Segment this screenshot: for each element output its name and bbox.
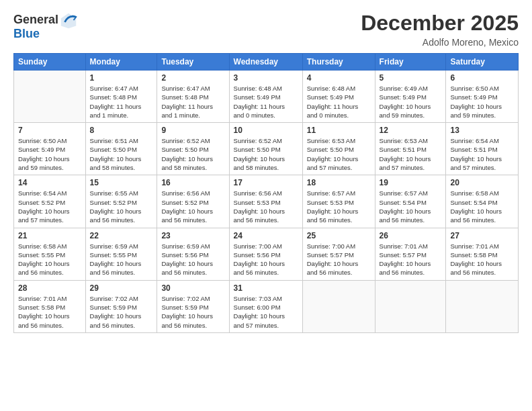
calendar-cell: 21Sunrise: 6:58 AMSunset: 5:55 PMDayligh… <box>14 228 86 280</box>
sunset-text: Sunset: 5:51 PM <box>450 145 514 154</box>
sunrise-text: Sunrise: 7:01 AM <box>380 242 442 250</box>
sunset-text: Sunset: 5:50 PM <box>90 145 153 154</box>
calendar-cell: 8Sunrise: 6:51 AMSunset: 5:50 PMDaylight… <box>85 123 157 175</box>
calendar-cell: 4Sunrise: 6:48 AMSunset: 5:49 PMDaylight… <box>302 71 375 123</box>
day-info: Sunrise: 6:50 AMSunset: 5:49 PMDaylight:… <box>450 84 514 120</box>
sunrise-text: Sunrise: 7:00 AM <box>234 242 298 250</box>
day-number: 13 <box>450 126 514 135</box>
calendar-cell: 27Sunrise: 7:01 AMSunset: 5:58 PMDayligh… <box>446 228 519 280</box>
sunset-text: Sunset: 5:48 PM <box>161 93 224 101</box>
daylight-text-2: and 56 minutes. <box>18 268 81 277</box>
header: General Blue December 2025 Adolfo Moreno… <box>13 11 519 48</box>
sunrise-text: Sunrise: 6:50 AM <box>18 136 81 145</box>
day-number: 19 <box>380 178 442 187</box>
sunset-text: Sunset: 5:52 PM <box>90 198 153 207</box>
sunset-text: Sunset: 5:54 PM <box>380 198 442 207</box>
day-number: 29 <box>90 283 153 293</box>
calendar-cell: 11Sunrise: 6:53 AMSunset: 5:50 PMDayligh… <box>302 123 375 175</box>
sunset-text: Sunset: 5:57 PM <box>307 250 371 259</box>
day-info: Sunrise: 6:47 AMSunset: 5:48 PMDaylight:… <box>90 84 153 120</box>
calendar-cell: 5Sunrise: 6:49 AMSunset: 5:49 PMDaylight… <box>375 71 446 123</box>
sunrise-text: Sunrise: 6:48 AM <box>234 84 298 93</box>
day-info: Sunrise: 6:59 AMSunset: 5:56 PMDaylight:… <box>161 242 224 277</box>
day-info: Sunrise: 6:56 AMSunset: 5:53 PMDaylight:… <box>234 189 298 224</box>
daylight-text-2: and 58 minutes. <box>161 163 224 172</box>
daylight-text: Daylight: 10 hours <box>307 154 371 163</box>
sunset-text: Sunset: 6:00 PM <box>234 303 298 312</box>
sunrise-text: Sunrise: 6:52 AM <box>234 136 298 145</box>
day-info: Sunrise: 6:59 AMSunset: 5:55 PMDaylight:… <box>90 242 153 277</box>
daylight-text: Daylight: 11 hours <box>307 102 371 111</box>
sunset-text: Sunset: 5:56 PM <box>234 250 298 259</box>
day-number: 24 <box>234 231 298 240</box>
sunrise-text: Sunrise: 6:51 AM <box>90 136 153 145</box>
day-number: 30 <box>161 283 224 293</box>
day-info: Sunrise: 6:47 AMSunset: 5:48 PMDaylight:… <box>161 84 224 120</box>
daylight-text-2: and 1 minute. <box>90 111 153 120</box>
day-info: Sunrise: 7:01 AMSunset: 5:58 PMDaylight:… <box>18 294 81 330</box>
daylight-text-2: and 56 minutes. <box>450 216 514 224</box>
calendar-cell: 14Sunrise: 6:54 AMSunset: 5:52 PMDayligh… <box>14 175 86 228</box>
day-info: Sunrise: 6:51 AMSunset: 5:50 PMDaylight:… <box>90 136 153 172</box>
daylight-text: Daylight: 10 hours <box>18 312 81 320</box>
day-info: Sunrise: 7:00 AMSunset: 5:56 PMDaylight:… <box>234 242 298 277</box>
day-number: 1 <box>90 73 153 83</box>
daylight-text: Daylight: 10 hours <box>161 312 224 320</box>
calendar-cell: 29Sunrise: 7:02 AMSunset: 5:59 PMDayligh… <box>85 280 157 332</box>
daylight-text-2: and 56 minutes. <box>450 268 514 277</box>
daylight-text: Daylight: 10 hours <box>234 259 298 268</box>
day-info: Sunrise: 6:52 AMSunset: 5:50 PMDaylight:… <box>161 136 224 172</box>
week-row-2: 14Sunrise: 6:54 AMSunset: 5:52 PMDayligh… <box>14 175 519 228</box>
daylight-text: Daylight: 10 hours <box>90 259 153 268</box>
daylight-text-2: and 58 minutes. <box>90 163 153 172</box>
day-info: Sunrise: 6:57 AMSunset: 5:54 PMDaylight:… <box>380 189 442 224</box>
sunrise-text: Sunrise: 6:48 AM <box>307 84 371 93</box>
daylight-text-2: and 56 minutes. <box>18 321 81 330</box>
calendar-cell: 30Sunrise: 7:02 AMSunset: 5:59 PMDayligh… <box>157 280 229 332</box>
month-title: December 2025 <box>361 11 519 36</box>
calendar-cell: 13Sunrise: 6:54 AMSunset: 5:51 PMDayligh… <box>446 123 519 175</box>
day-number: 22 <box>90 231 153 240</box>
daylight-text: Daylight: 10 hours <box>307 207 371 216</box>
daylight-text-2: and 0 minutes. <box>307 111 371 120</box>
header-wednesday: Wednesday <box>229 54 302 71</box>
sunrise-text: Sunrise: 6:56 AM <box>161 189 224 197</box>
calendar-cell: 16Sunrise: 6:56 AMSunset: 5:52 PMDayligh… <box>157 175 229 228</box>
sunrise-text: Sunrise: 6:49 AM <box>380 84 442 93</box>
day-info: Sunrise: 6:53 AMSunset: 5:50 PMDaylight:… <box>307 136 371 172</box>
daylight-text: Daylight: 10 hours <box>234 154 298 163</box>
sunset-text: Sunset: 5:49 PM <box>18 145 81 154</box>
calendar-cell: 26Sunrise: 7:01 AMSunset: 5:57 PMDayligh… <box>375 228 446 280</box>
calendar-cell: 15Sunrise: 6:55 AMSunset: 5:52 PMDayligh… <box>85 175 157 228</box>
svg-marker-0 <box>61 13 76 28</box>
daylight-text: Daylight: 10 hours <box>380 207 442 216</box>
sunset-text: Sunset: 5:59 PM <box>161 303 224 312</box>
sunset-text: Sunset: 5:59 PM <box>90 303 153 312</box>
sunrise-text: Sunrise: 6:47 AM <box>161 84 224 93</box>
day-info: Sunrise: 6:53 AMSunset: 5:51 PMDaylight:… <box>380 136 442 172</box>
daylight-text-2: and 56 minutes. <box>234 268 298 277</box>
calendar-cell: 28Sunrise: 7:01 AMSunset: 5:58 PMDayligh… <box>14 280 86 332</box>
day-number: 17 <box>234 178 298 187</box>
calendar-cell: 6Sunrise: 6:50 AMSunset: 5:49 PMDaylight… <box>446 71 519 123</box>
day-number: 9 <box>161 126 224 135</box>
day-info: Sunrise: 6:50 AMSunset: 5:49 PMDaylight:… <box>18 136 81 172</box>
daylight-text-2: and 56 minutes. <box>161 216 224 224</box>
day-number: 11 <box>307 126 371 135</box>
calendar-cell <box>446 280 519 332</box>
daylight-text-2: and 57 minutes. <box>450 163 514 172</box>
daylight-text-2: and 56 minutes. <box>307 216 371 224</box>
day-info: Sunrise: 6:49 AMSunset: 5:49 PMDaylight:… <box>380 84 442 120</box>
daylight-text: Daylight: 10 hours <box>90 154 153 163</box>
daylight-text: Daylight: 10 hours <box>161 154 224 163</box>
day-info: Sunrise: 7:01 AMSunset: 5:57 PMDaylight:… <box>380 242 442 277</box>
daylight-text-2: and 56 minutes. <box>307 268 371 277</box>
sunrise-text: Sunrise: 7:02 AM <box>161 294 224 303</box>
sunrise-text: Sunrise: 6:50 AM <box>450 84 514 93</box>
daylight-text-2: and 58 minutes. <box>234 163 298 172</box>
calendar-cell: 31Sunrise: 7:03 AMSunset: 6:00 PMDayligh… <box>229 280 302 332</box>
daylight-text-2: and 56 minutes. <box>161 321 224 330</box>
day-number: 28 <box>18 283 81 293</box>
daylight-text-2: and 56 minutes. <box>90 321 153 330</box>
day-info: Sunrise: 6:48 AMSunset: 5:49 PMDaylight:… <box>307 84 371 120</box>
